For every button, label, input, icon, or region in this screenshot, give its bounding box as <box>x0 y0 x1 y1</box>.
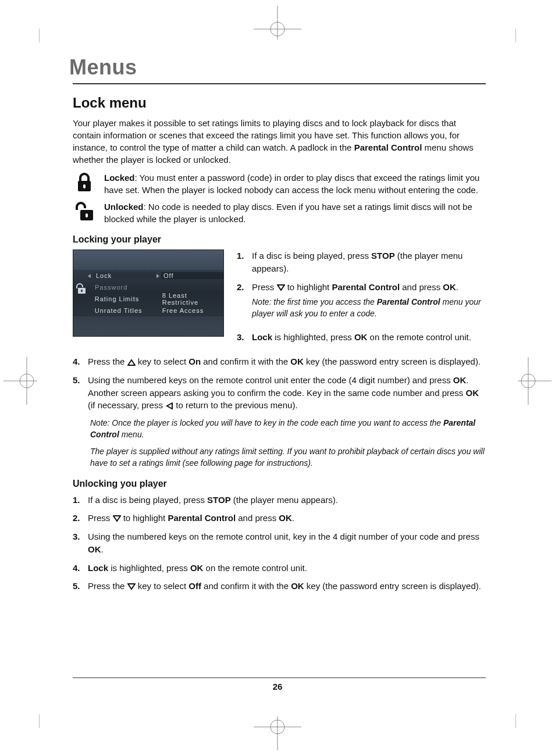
locked-text: Locked: You must enter a password (code)… <box>104 172 486 196</box>
arrow-down-icon <box>113 515 121 522</box>
unlocking-steps: 1. If a disc is being played, press STOP… <box>73 494 486 593</box>
text: : You must enter a password (code) in or… <box>104 173 479 195</box>
tick <box>515 714 516 728</box>
menu-screenshot: ◀ Lock ▶ Off Password Rating Limits 8 Le… <box>73 249 224 337</box>
svg-rect-15 <box>86 213 88 217</box>
step-4: 4. Press the key to select On and confir… <box>73 355 486 368</box>
arrow-down-icon <box>127 583 136 590</box>
shot-value: Free Access <box>160 307 223 314</box>
crop-mark-left <box>3 357 37 405</box>
crop-mark-right <box>518 357 552 405</box>
locking-heading: Locking your player <box>73 234 486 245</box>
shot-label: Unrated Titles <box>91 307 156 314</box>
chapter-title: Menus <box>69 55 486 80</box>
arrow-up-icon <box>127 359 136 366</box>
arrow-left-icon <box>165 402 173 409</box>
locked-icon <box>73 172 96 192</box>
shot-value: Off <box>161 272 223 279</box>
crop-mark-bottom <box>254 716 301 750</box>
tick <box>39 714 40 728</box>
locking-steps-4-5: 4. Press the key to select On and confir… <box>73 355 486 412</box>
locking-note-2: The player is supplied without any ratin… <box>90 446 486 469</box>
shot-row-unrated: Unrated Titles Free Access <box>73 305 223 316</box>
shot-padlock-icon <box>76 283 86 295</box>
footer-rule <box>73 677 486 678</box>
step-1: 1. If a disc is being played, press STOP… <box>237 249 486 275</box>
svg-rect-17 <box>81 290 83 292</box>
page-number: 26 <box>0 682 555 691</box>
triangle-left-icon: ◀ <box>88 273 91 279</box>
locking-note-1: Note: Once the player is locked you will… <box>90 418 486 440</box>
title-rule <box>73 83 486 84</box>
unlocked-text: Unlocked: No code is needed to play disc… <box>104 201 486 225</box>
shot-value: 8 Least Restrictive <box>160 292 223 306</box>
page-content: Menus Lock menu Your player makes it pos… <box>73 55 486 598</box>
step-2: 2. Press to highlight Parental Control a… <box>73 512 486 525</box>
step-2: 2. Press to highlight Parental Control a… <box>237 281 486 326</box>
crop-mark-top <box>254 6 301 40</box>
step-4: 4. Lock is highlighted, press OK on the … <box>73 562 486 575</box>
unlocking-heading: Unlocking you player <box>73 479 486 489</box>
unlocked-icon <box>73 201 96 222</box>
locking-steps-1-3: 1. If a disc is being played, press STOP… <box>237 249 486 350</box>
step-1: 1. If a disc is being played, press STOP… <box>73 494 486 507</box>
unlocked-row: Unlocked: No code is needed to play disc… <box>73 201 486 225</box>
svg-rect-13 <box>83 184 86 188</box>
step-3: 3. Lock is highlighted, press OK on the … <box>237 331 486 344</box>
step-5: 5. Using the numbered keys on the remote… <box>73 374 486 412</box>
step-3: 3. Using the numbered keys on the remote… <box>73 530 486 556</box>
shot-label: Lock <box>92 272 156 279</box>
shot-row-password: Password <box>73 281 223 293</box>
locked-row: Locked: You must enter a password (code)… <box>73 172 486 196</box>
shot-label: Password <box>91 284 159 291</box>
tick <box>39 28 40 42</box>
text: : No code is needed to play discs. Even … <box>104 202 472 224</box>
tick <box>515 28 516 42</box>
section-title: Lock menu <box>73 95 486 111</box>
locking-two-col: ◀ Lock ▶ Off Password Rating Limits 8 Le… <box>73 249 486 350</box>
shot-row-rating: Rating Limits 8 Least Restrictive <box>73 293 223 305</box>
triangle-right-icon: ▶ <box>156 273 159 279</box>
shot-row-lock: ◀ Lock ▶ Off <box>73 270 223 281</box>
label: Unlocked <box>104 202 144 212</box>
label: Locked <box>104 173 135 183</box>
intro-paragraph: Your player makes it possible to set rat… <box>73 117 486 166</box>
text-bold: Parental Control <box>354 142 422 152</box>
shot-label: Rating Limits <box>91 295 156 302</box>
step-5: 5. Press the key to select Off and confi… <box>73 580 486 593</box>
arrow-down-icon <box>277 284 285 291</box>
